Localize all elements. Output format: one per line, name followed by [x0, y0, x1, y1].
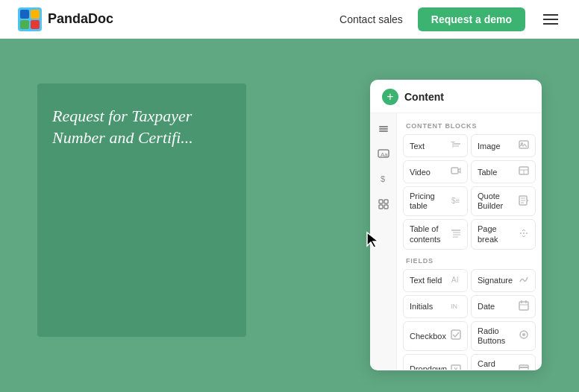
- date-icon: [519, 300, 529, 313]
- fields-grid: Text field AI Signature: [403, 269, 536, 370]
- quote-block-icon: [519, 195, 529, 208]
- request-demo-button[interactable]: Request a demo: [418, 7, 525, 31]
- panel-title: Content: [404, 91, 444, 103]
- content-blocks-area: CONTENT BLOCKS Text T Image: [397, 113, 542, 370]
- header-nav: Contact sales Request a demo: [339, 7, 561, 31]
- block-pagebreak-label: Page break: [478, 224, 516, 244]
- block-quote-label: QuoteBuilder: [478, 192, 503, 211]
- svg-rect-7: [379, 130, 388, 132]
- field-radio-label: RadioButtons: [478, 326, 505, 346]
- panel-header: + Content: [370, 80, 542, 113]
- svg-point-19: [521, 142, 523, 145]
- radio-icon: [519, 329, 529, 342]
- content-blocks-label: CONTENT BLOCKS: [403, 119, 536, 134]
- svg-rect-3: [20, 20, 29, 29]
- field-text-label: Text field: [410, 276, 442, 285]
- document-title: Request for Taxpayer Number and Certifi.…: [52, 106, 231, 148]
- add-icon: +: [386, 90, 393, 104]
- header: PandaDoc Contact sales Request a demo: [0, 0, 579, 39]
- variables-icon[interactable]: Aa: [375, 145, 392, 162]
- signature-icon: [519, 274, 529, 287]
- field-date[interactable]: Date: [471, 295, 536, 318]
- svg-text:$: $: [381, 174, 385, 183]
- block-toc[interactable]: Table ofcontents: [403, 219, 468, 249]
- svg-text:AI: AI: [451, 276, 458, 284]
- fields-label: FIELDS: [403, 254, 536, 269]
- block-image-label: Image: [478, 142, 501, 151]
- content-blocks-grid: Text T Image Video: [403, 134, 536, 250]
- card-icon: [519, 363, 529, 370]
- svg-text:$≡: $≡: [451, 197, 460, 205]
- block-table-label: Table: [478, 168, 497, 177]
- field-text[interactable]: Text field AI: [403, 269, 468, 292]
- pricing-block-icon: $≡: [451, 195, 461, 208]
- svg-rect-13: [379, 205, 383, 209]
- menu-icon[interactable]: [540, 11, 561, 28]
- contact-sales-link[interactable]: Contact sales: [339, 13, 403, 25]
- svg-rect-5: [379, 126, 388, 127]
- svg-rect-36: [519, 302, 528, 310]
- block-quote-builder[interactable]: QuoteBuilder: [471, 186, 536, 216]
- block-table[interactable]: Table: [471, 160, 536, 183]
- logo: PandaDoc: [18, 7, 113, 31]
- document-preview: Request for Taxpayer Number and Certifi.…: [37, 83, 246, 337]
- initials-icon: IN: [451, 300, 461, 313]
- block-page-break[interactable]: Page break: [471, 219, 536, 249]
- svg-rect-40: [451, 330, 460, 339]
- block-video-label: Video: [410, 168, 431, 177]
- block-image[interactable]: Image: [471, 134, 536, 157]
- field-dropdown-label: Dropdown: [410, 364, 447, 370]
- main-area: Request for Taxpayer Number and Certifi.…: [0, 39, 579, 392]
- field-initials[interactable]: Initials IN: [403, 295, 468, 318]
- block-text-label: Text: [410, 142, 425, 151]
- grid-icon[interactable]: [375, 195, 392, 213]
- checkbox-icon: [451, 329, 461, 342]
- svg-rect-11: [379, 200, 383, 203]
- field-checkbox[interactable]: Checkbox: [403, 321, 468, 351]
- svg-rect-1: [20, 10, 29, 19]
- panel-body: Aa $ CONTENT B: [370, 113, 542, 370]
- text-block-icon: T: [451, 139, 461, 152]
- field-date-label: Date: [478, 302, 495, 311]
- logo-icon: [18, 7, 42, 31]
- svg-text:IN: IN: [451, 303, 457, 310]
- svg-point-42: [522, 333, 525, 336]
- image-block-icon: [519, 139, 529, 152]
- dropdown-icon: [451, 363, 461, 370]
- content-panel: + Content Aa $: [370, 80, 542, 370]
- svg-text:Aa: Aa: [381, 151, 388, 158]
- field-card-details[interactable]: Card Details: [471, 354, 536, 370]
- logo-text: PandaDoc: [48, 11, 113, 27]
- layers-icon[interactable]: [375, 119, 392, 137]
- textfield-icon: AI: [451, 274, 461, 287]
- fields-section: FIELDS Text field AI Signature: [403, 254, 536, 370]
- field-card-label: Card Details: [478, 359, 516, 370]
- block-video[interactable]: Video: [403, 160, 468, 183]
- table-block-icon: [519, 165, 529, 178]
- field-initials-label: Initials: [410, 302, 433, 311]
- svg-rect-12: [384, 200, 388, 203]
- panel-add-button[interactable]: +: [382, 89, 398, 105]
- toc-block-icon: [451, 228, 461, 241]
- svg-rect-4: [31, 20, 40, 29]
- svg-rect-20: [451, 168, 458, 174]
- field-signature[interactable]: Signature: [471, 269, 536, 292]
- svg-text:T: T: [451, 141, 455, 149]
- field-radio[interactable]: RadioButtons: [471, 321, 536, 351]
- block-pricing-table[interactable]: Pricingtable $≡: [403, 186, 468, 216]
- field-signature-label: Signature: [478, 276, 513, 285]
- svg-rect-6: [379, 128, 388, 130]
- pagebreak-block-icon: [519, 228, 529, 241]
- block-text[interactable]: Text T: [403, 134, 468, 157]
- block-pricing-label: Pricingtable: [410, 192, 435, 211]
- svg-rect-14: [384, 205, 388, 209]
- field-dropdown[interactable]: Dropdown: [403, 354, 468, 370]
- field-checkbox-label: Checkbox: [410, 332, 446, 341]
- block-toc-label: Table ofcontents: [410, 224, 441, 244]
- left-toolbar: Aa $: [370, 113, 397, 370]
- pricing-icon[interactable]: $: [375, 170, 392, 188]
- svg-rect-2: [31, 10, 40, 19]
- video-block-icon: [451, 165, 461, 178]
